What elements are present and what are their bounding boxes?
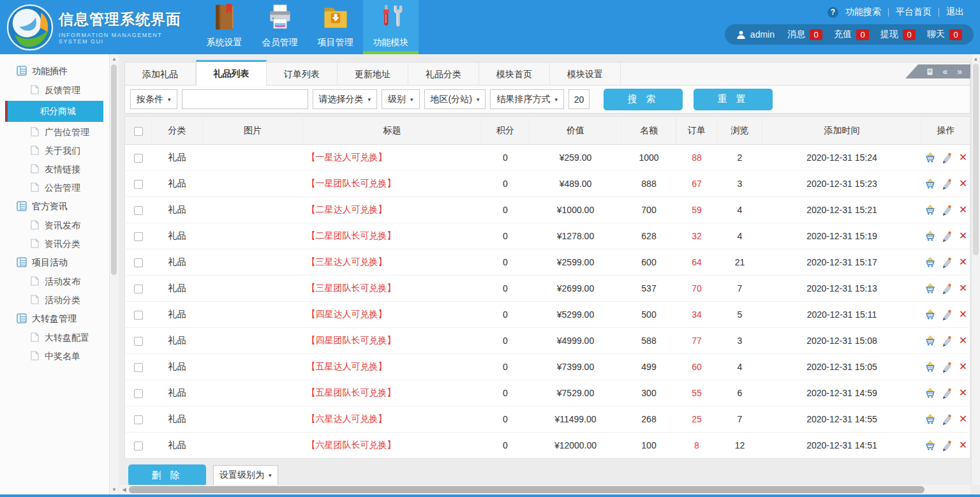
cell-title[interactable]: 【一星团队长可兑换】 xyxy=(303,171,482,197)
delete-icon[interactable]: ✕ xyxy=(958,283,969,294)
sidebar-item[interactable]: 积分商城 xyxy=(5,101,103,122)
level-select[interactable]: 级别▾ xyxy=(382,89,420,109)
sidebar-item[interactable]: 公告管理 xyxy=(0,179,109,197)
cell-title[interactable]: 【三星达人可兑换】 xyxy=(303,249,482,276)
sidebar-item[interactable]: 友情链接 xyxy=(0,160,109,179)
edit-icon[interactable] xyxy=(941,335,953,346)
cart-icon[interactable] xyxy=(924,413,936,425)
stat-label[interactable]: 提现 xyxy=(880,29,898,40)
delete-icon[interactable]: ✕ xyxy=(958,335,969,346)
search-button[interactable]: 搜 索 xyxy=(604,89,683,110)
question-icon[interactable]: ? xyxy=(828,7,838,18)
row-checkbox[interactable] xyxy=(134,232,143,241)
cell-title[interactable]: 【三星团队长可兑换】 xyxy=(303,276,482,302)
stat-label[interactable]: 聊天 xyxy=(927,29,945,40)
cart-icon[interactable] xyxy=(924,204,936,216)
withdraw-count-badge[interactable]: 0 xyxy=(903,29,916,40)
delete-icon[interactable]: ✕ xyxy=(958,440,969,451)
keyword-input[interactable] xyxy=(182,89,308,109)
cart-icon[interactable] xyxy=(924,387,936,399)
vertical-scrollbar[interactable]: ▲ xyxy=(971,54,980,485)
cell-title[interactable]: 【五星团队长可兑换】 xyxy=(303,380,482,406)
row-checkbox[interactable] xyxy=(134,363,143,372)
tab-6[interactable]: 模块首页 xyxy=(479,63,550,85)
select-all-checkbox[interactable] xyxy=(134,127,143,136)
edit-icon[interactable] xyxy=(941,387,953,399)
delete-button[interactable]: 删 除 xyxy=(128,464,206,486)
delete-icon[interactable]: ✕ xyxy=(958,256,969,268)
sidebar-scrollbar[interactable]: ▲ ▼ xyxy=(109,54,119,494)
delete-icon[interactable]: ✕ xyxy=(958,309,969,320)
cart-icon[interactable] xyxy=(924,178,936,189)
row-checkbox[interactable] xyxy=(134,180,143,189)
edit-icon[interactable] xyxy=(941,256,953,268)
delete-icon[interactable]: ✕ xyxy=(958,152,969,163)
tab-7[interactable]: 模块设置 xyxy=(550,63,621,85)
sidebar-group-4[interactable]: 大转盘管理 xyxy=(0,309,109,329)
edit-icon[interactable] xyxy=(941,413,953,425)
scroll-up-icon[interactable]: ▲ xyxy=(972,56,980,62)
top-link-logout[interactable]: 退出 xyxy=(946,6,964,18)
row-checkbox[interactable] xyxy=(134,441,143,450)
scroll-up-icon[interactable]: ▲ xyxy=(110,56,119,62)
vertical-scrollbar-thumb[interactable] xyxy=(973,64,979,255)
tab-1[interactable]: 添加礼品 xyxy=(125,63,196,85)
sidebar-item[interactable]: 关于我们 xyxy=(0,142,109,160)
sidebar-item[interactable]: 中奖名单 xyxy=(0,347,109,366)
delete-icon[interactable]: ✕ xyxy=(958,413,969,425)
row-checkbox[interactable] xyxy=(134,311,143,320)
cell-title[interactable]: 【二星达人可兑换】 xyxy=(303,197,482,223)
sidebar-item[interactable]: 活动分类 xyxy=(0,291,109,309)
cart-icon[interactable] xyxy=(924,256,936,268)
cart-icon[interactable] xyxy=(924,361,936,373)
row-checkbox[interactable] xyxy=(134,206,143,215)
scroll-tabs-right-icon[interactable]: » xyxy=(957,67,962,76)
category-select[interactable]: 请选择分类▾ xyxy=(313,89,378,109)
cell-title[interactable]: 【一星达人可兑换】 xyxy=(303,145,482,171)
cart-icon[interactable] xyxy=(924,309,936,320)
sidebar-item[interactable]: 反馈管理 xyxy=(0,81,109,100)
row-checkbox[interactable] xyxy=(134,389,143,398)
sidebar-item[interactable]: 活动发布 xyxy=(0,272,109,291)
cell-title[interactable]: 【六星团队长可兑换】 xyxy=(303,433,482,459)
username[interactable]: admin xyxy=(750,29,775,40)
cart-icon[interactable] xyxy=(924,335,936,346)
cell-title[interactable]: 【六星达人可兑换】 xyxy=(303,406,482,433)
tab-3[interactable]: 订单列表 xyxy=(267,63,338,85)
edit-icon[interactable] xyxy=(941,204,953,216)
edit-icon[interactable] xyxy=(941,178,953,189)
nav-item-project-management[interactable]: 项目管理 xyxy=(308,0,363,54)
reset-button[interactable]: 重 置 xyxy=(694,89,773,110)
delete-icon[interactable]: ✕ xyxy=(958,230,969,242)
cart-icon[interactable] xyxy=(924,283,936,294)
nav-item-system-settings[interactable]: 系统设置 xyxy=(197,0,252,54)
delete-icon[interactable]: ✕ xyxy=(958,387,969,399)
condition-select[interactable]: 按条件▾ xyxy=(130,89,177,109)
sidebar-item[interactable]: 大转盘配置 xyxy=(0,329,109,347)
row-checkbox[interactable] xyxy=(134,415,143,424)
sidebar-item[interactable]: 资讯发布 xyxy=(0,216,109,235)
edit-icon[interactable] xyxy=(941,152,953,163)
region-select[interactable]: 地区(分站)▾ xyxy=(424,89,486,109)
chat-count-badge[interactable]: 0 xyxy=(949,29,962,40)
row-checkbox[interactable] xyxy=(134,258,143,267)
edit-icon[interactable] xyxy=(941,440,953,451)
edit-icon[interactable] xyxy=(941,283,953,294)
tab-2[interactable]: 礼品列表 xyxy=(196,60,267,86)
set-level-select[interactable]: 设置级别为▾ xyxy=(213,465,278,486)
sidebar-item[interactable]: 广告位管理 xyxy=(0,123,109,142)
stat-label[interactable]: 消息 xyxy=(787,29,805,40)
tab-5[interactable]: 礼品分类 xyxy=(408,63,479,85)
cell-title[interactable]: 【四星达人可兑换】 xyxy=(303,302,482,328)
stat-label[interactable]: 充值 xyxy=(834,29,852,40)
cell-title[interactable]: 【二星团队长可兑换】 xyxy=(303,223,482,249)
edit-icon[interactable] xyxy=(941,361,953,373)
delete-icon[interactable]: ✕ xyxy=(958,204,969,216)
row-checkbox[interactable] xyxy=(134,154,143,163)
top-link-platform-home[interactable]: 平台首页 xyxy=(896,6,932,18)
tab-4[interactable]: 更新地址 xyxy=(338,63,408,85)
delete-icon[interactable]: ✕ xyxy=(958,178,969,189)
recharge-count-badge[interactable]: 0 xyxy=(856,29,869,40)
cell-title[interactable]: 【四星团队长可兑换】 xyxy=(303,328,482,354)
sidebar-group-3[interactable]: 项目活动 xyxy=(0,253,109,272)
